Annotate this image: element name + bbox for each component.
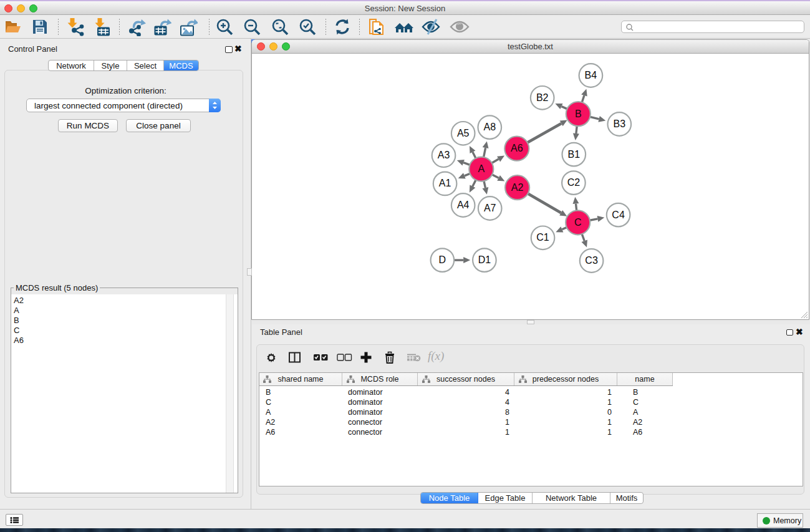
svg-text:B1: B1 xyxy=(568,149,581,160)
svg-text:B3: B3 xyxy=(614,118,626,129)
svg-text:B4: B4 xyxy=(585,70,597,80)
svg-text:D: D xyxy=(439,254,446,265)
svg-text:D1: D1 xyxy=(478,254,491,265)
svg-text:A2: A2 xyxy=(511,182,524,193)
svg-text:A4: A4 xyxy=(457,200,470,210)
svg-text:A8: A8 xyxy=(484,122,496,132)
svg-text:A6: A6 xyxy=(511,143,523,153)
svg-text:B: B xyxy=(575,109,582,119)
svg-text:A3: A3 xyxy=(438,150,450,160)
svg-text:A5: A5 xyxy=(457,128,470,138)
svg-text:C3: C3 xyxy=(585,255,598,266)
svg-text:A: A xyxy=(478,163,485,174)
svg-text:C: C xyxy=(574,217,582,228)
svg-text:A1: A1 xyxy=(439,178,451,188)
svg-text:C2: C2 xyxy=(567,177,581,188)
svg-text:C4: C4 xyxy=(612,210,625,220)
svg-text:C1: C1 xyxy=(536,232,549,243)
svg-text:B2: B2 xyxy=(536,92,549,103)
svg-text:A7: A7 xyxy=(484,203,496,213)
